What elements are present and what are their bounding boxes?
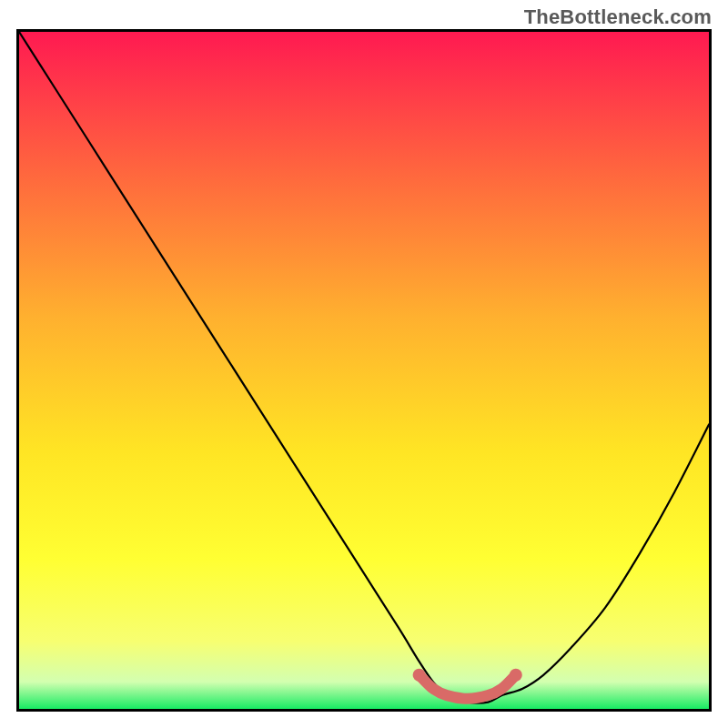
marker-layer [19, 32, 709, 709]
watermark-text: TheBottleneck.com [524, 5, 712, 29]
chart-frame: TheBottleneck.com [0, 0, 728, 728]
highlight-segment-path [420, 675, 516, 699]
highlight-dot-left [413, 669, 426, 682]
plot-area [16, 29, 712, 712]
highlight-dot-right [510, 669, 522, 682]
